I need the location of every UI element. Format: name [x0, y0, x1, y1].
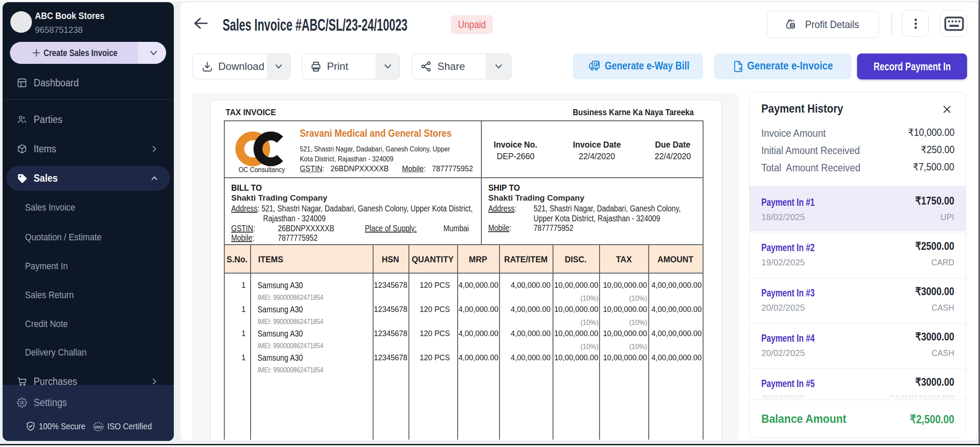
svg-text:ISO: ISO	[95, 425, 102, 429]
svg-text:e: e	[739, 66, 742, 72]
